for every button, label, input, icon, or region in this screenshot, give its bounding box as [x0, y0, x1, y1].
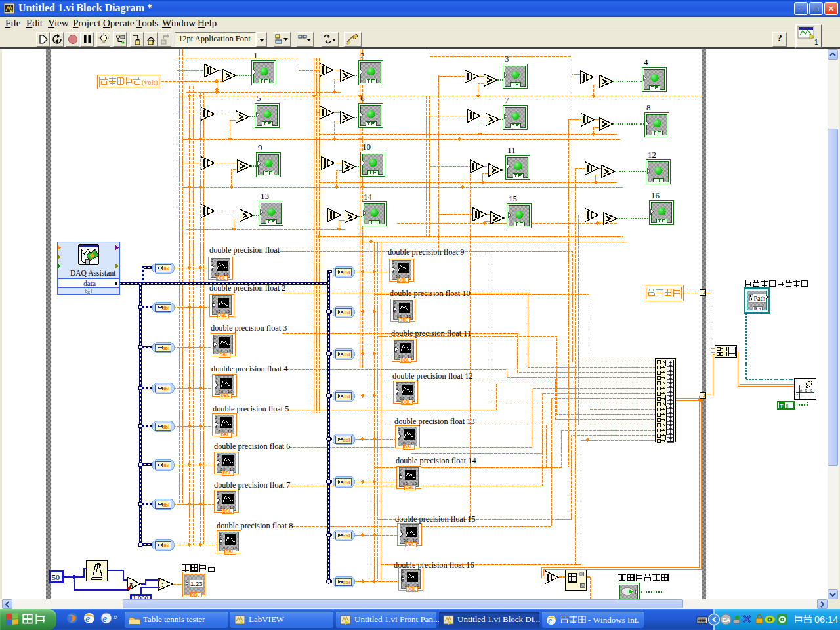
svg-text:=: = — [797, 393, 799, 396]
svg-text:double precision float 7: double precision float 7 — [214, 480, 290, 490]
svg-text:13: 13 — [261, 191, 269, 201]
svg-text:double precision float 2: double precision float 2 — [209, 284, 285, 293]
svg-text:÷: ÷ — [161, 582, 164, 589]
svg-text:15: 15 — [509, 194, 517, 203]
svg-text:Path: Path — [754, 295, 766, 302]
svg-text:16: 16 — [651, 190, 660, 200]
svg-text:8: 8 — [646, 102, 651, 112]
svg-text:7: 7 — [505, 95, 509, 105]
svg-text:8: 8 — [786, 404, 789, 408]
svg-text:double precision float 14: double precision float 14 — [396, 456, 476, 465]
svg-text:50: 50 — [52, 573, 60, 582]
svg-text:(volt): (volt) — [142, 78, 158, 87]
svg-text:11: 11 — [507, 145, 516, 155]
svg-text:DBL: DBL — [191, 593, 200, 597]
svg-text:double precision float 16: double precision float 16 — [394, 560, 474, 570]
svg-text:6: 6 — [360, 93, 365, 103]
svg-text:double precision float 15: double precision float 15 — [395, 514, 476, 524]
svg-text:3: 3 — [505, 54, 509, 64]
svg-text:e: e — [102, 613, 107, 624]
svg-text:double precision float 8: double precision float 8 — [217, 521, 293, 530]
svg-text:B: B — [805, 389, 807, 392]
svg-text:double precision float 11: double precision float 11 — [391, 329, 471, 338]
svg-text:double precision float 10: double precision float 10 — [390, 289, 471, 298]
svg-text:12: 12 — [648, 150, 656, 159]
svg-text:double precision float 4: double precision float 4 — [211, 364, 287, 373]
svg-text:double precision float 9: double precision float 9 — [388, 247, 464, 257]
svg-text:EA: EA — [723, 617, 731, 623]
svg-text:double precision float 3: double precision float 3 — [211, 324, 287, 333]
svg-text:I: I — [797, 390, 797, 393]
svg-text:data: data — [83, 280, 96, 287]
svg-text:9: 9 — [258, 142, 262, 152]
svg-text:1: 1 — [253, 51, 258, 60]
svg-text:5: 5 — [257, 93, 261, 103]
svg-text:10: 10 — [362, 142, 371, 152]
svg-text:2: 2 — [360, 51, 365, 60]
svg-text:1.000: 1.000 — [133, 595, 148, 600]
svg-text:DAQ Assistant: DAQ Assistant — [70, 269, 116, 277]
svg-text:double precision float 5: double precision float 5 — [213, 404, 289, 413]
svg-text:double precision float 13: double precision float 13 — [394, 417, 475, 426]
svg-text:06:14: 06:14 — [814, 614, 838, 625]
svg-text:4: 4 — [644, 57, 648, 67]
svg-text:1.23: 1.23 — [190, 580, 203, 587]
svg-text:double precision float: double precision float — [209, 245, 280, 255]
svg-text:14: 14 — [364, 192, 373, 201]
svg-text:1: 1 — [814, 39, 818, 46]
svg-text:double precision float 12: double precision float 12 — [392, 371, 473, 381]
svg-text:T: T — [780, 403, 784, 409]
svg-text:A: A — [800, 389, 802, 392]
svg-text:- Windows Int...: - Windows Int... — [588, 615, 639, 625]
svg-text:double precision float 6: double precision float 6 — [214, 442, 290, 451]
